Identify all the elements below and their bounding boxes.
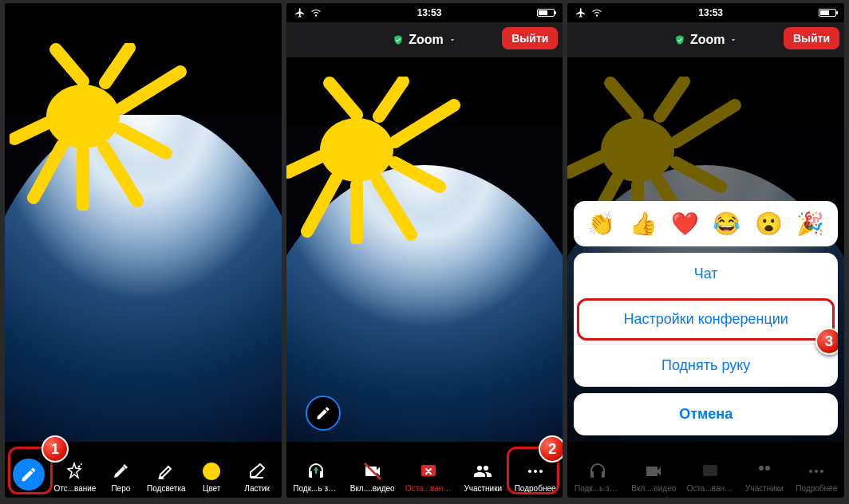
video-label: Вкл....видео [631,484,676,493]
status-time: 13:53 [698,7,723,18]
meeting-toolbar-dimmed: Подк...ь звук Вкл....видео Оста...вание … [567,442,844,498]
status-time: 13:53 [417,7,442,18]
airplane-icon [575,7,586,18]
content-area [5,3,282,442]
spotlight-label: Отс...вание [53,484,96,493]
screen-2: 13:53 Zoom Выйти [286,3,563,498]
annotation-sun [10,43,193,211]
step-3-badge: 3 [815,328,838,355]
stop-share-tool[interactable]: Оста...вание [405,461,452,493]
reaction-heart[interactable]: ❤️ [671,211,699,237]
pen-icon [110,461,131,482]
stop-share-icon [418,461,439,482]
nav-title-text: Zoom [690,33,725,47]
participants-tool[interactable]: Участники [462,461,503,493]
audio-tool[interactable]: Подк...ь звук [293,461,339,493]
stop-share-label: Оста...вание [405,484,452,493]
reaction-thumbs-up[interactable]: 👍 [630,211,657,237]
nav-title[interactable]: Zoom [393,33,456,47]
step-1-badge: 1 [41,435,69,463]
step-1-num: 1 [51,441,59,458]
svg-point-7 [534,470,537,473]
status-bar: 13:53 [567,3,844,22]
actions-group: Чат Настройки конференции Поднять руку 3 [574,253,838,387]
svg-point-12 [765,466,770,471]
color-label: Цвет [203,484,220,493]
audio-tool: Подк...ь звук [575,461,621,493]
step-2-num: 2 [548,441,556,458]
battery-icon [537,9,555,17]
video-off-icon [362,461,383,482]
meeting-toolbar: Подк...ь звук Вкл....видео Оста...вание … [286,442,563,498]
sheet-chat[interactable]: Чат [574,253,838,295]
nav-header: Zoom Выйти [567,22,844,57]
stop-share-tool: Оста...вание [687,461,733,493]
pen-tool[interactable]: Перо [100,461,141,493]
nav-header: Zoom Выйти [286,22,563,57]
reactions-row: 👏 👍 ❤️ 😂 😮 🎉 [574,201,838,246]
headphones-icon [306,461,326,482]
eraser-label: Ластик [244,484,270,493]
spotlight-icon [65,461,85,482]
chevron-down-icon [448,36,456,44]
reaction-joy[interactable]: 😂 [713,211,740,237]
annotation-sun [286,77,467,244]
svg-point-0 [46,85,120,148]
svg-point-15 [820,470,823,473]
screen-3: 13:53 Zoom Выйти [567,3,844,498]
nav-title[interactable]: Zoom [674,33,738,47]
video-label: Вкл....видео [350,484,395,493]
spotlight-tool[interactable]: Отс...вание [53,461,96,493]
eraser-tool[interactable]: Ластик [236,461,278,493]
highlight-label: Подсветка [147,484,186,493]
sheet-raise-hand[interactable]: Поднять руку [574,344,838,387]
highlight-icon [156,461,176,482]
reaction-clap[interactable]: 👏 [587,211,615,237]
audio-label: Подк...ь звук [575,484,621,493]
pencil-button[interactable] [306,396,341,431]
reaction-tada[interactable]: 🎉 [796,211,824,237]
svg-point-6 [528,470,531,473]
leave-button[interactable]: Выйти [784,27,839,49]
video-tool[interactable]: Вкл....видео [350,461,395,493]
highlight-tool[interactable]: Подсветка [145,461,187,493]
participants-tool: Участники [744,461,785,493]
participants-label: Участники [464,484,502,493]
reaction-wow[interactable]: 😮 [755,211,783,237]
pen-label: Перо [111,484,130,493]
action-sheet: 👏 👍 ❤️ 😂 😮 🎉 Чат Настройки конференции П… [574,201,838,435]
content-area: 👏 👍 ❤️ 😂 😮 🎉 Чат Настройки конференции П… [567,57,844,442]
airplane-icon [294,7,306,18]
svg-point-1 [77,466,80,468]
status-bar: 13:53 [286,3,563,22]
svg-point-11 [759,466,764,471]
more-icon [525,461,546,482]
more-label: Подробнее [515,484,556,493]
stop-share-label: Оста...вание [687,484,733,493]
sheet-meeting-settings[interactable]: Настройки конференции [577,298,835,341]
step-2-badge: 2 [539,435,563,463]
svg-point-3 [320,118,393,182]
nav-title-text: Zoom [409,33,444,47]
content-area [286,57,563,442]
color-tool[interactable]: Цвет [191,461,232,493]
svg-rect-10 [703,465,717,476]
leave-button[interactable]: Выйти [502,27,558,49]
pencil-tool[interactable] [8,459,49,493]
color-icon [201,461,222,482]
svg-point-8 [539,470,543,473]
svg-point-13 [809,470,812,473]
svg-point-14 [815,470,818,473]
sheet-cancel[interactable]: Отмена [574,393,838,435]
audio-label: Подк...ь звук [293,484,339,493]
wifi-icon [591,7,602,18]
svg-point-2 [81,463,82,465]
step-3-num: 3 [825,333,833,350]
battery-icon [819,9,836,17]
chevron-down-icon [729,36,737,44]
video-tool: Вкл....видео [631,461,676,493]
more-tool[interactable]: Подробнее [515,461,556,493]
participants-label: Участники [745,484,784,493]
wifi-icon [310,7,322,18]
screen-1: Отс...вание Перо Подсветка Цвет Ластик 1 [5,3,282,498]
